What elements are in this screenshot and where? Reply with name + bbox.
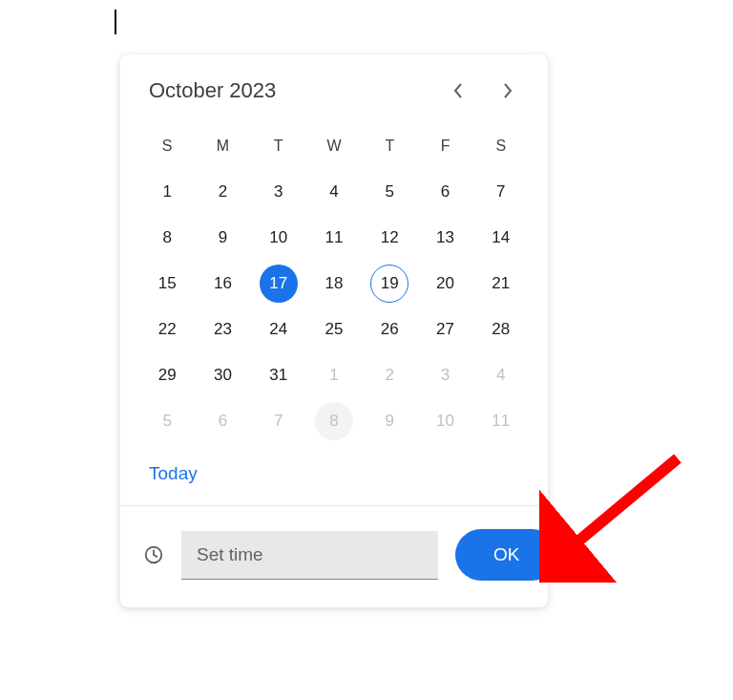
svg-line-1 bbox=[563, 458, 678, 554]
calendar-day[interactable]: 21 bbox=[473, 261, 529, 307]
calendar-week-row: 15161718192021 bbox=[139, 261, 529, 307]
calendar-day[interactable]: 6 bbox=[417, 169, 472, 215]
calendar-day-label: 28 bbox=[482, 310, 520, 349]
calendar-day-label: 9 bbox=[203, 219, 241, 257]
calendar-day-label: 22 bbox=[148, 310, 186, 349]
calendar-day[interactable]: 8 bbox=[306, 398, 362, 444]
calendar-day[interactable]: 3 bbox=[251, 169, 306, 215]
text-cursor bbox=[115, 10, 116, 34]
calendar-day[interactable]: 2 bbox=[362, 352, 417, 398]
calendar-day-label: 2 bbox=[370, 356, 408, 394]
calendar-day[interactable]: 27 bbox=[417, 307, 472, 352]
calendar-day-label: 15 bbox=[148, 265, 186, 303]
date-picker-footer: OK bbox=[120, 505, 548, 607]
calendar-day[interactable]: 11 bbox=[306, 215, 362, 261]
calendar-day[interactable]: 17 bbox=[251, 261, 306, 307]
calendar-day[interactable]: 15 bbox=[139, 261, 195, 307]
calendar-day[interactable]: 16 bbox=[195, 261, 250, 307]
calendar-day[interactable]: 26 bbox=[362, 307, 417, 352]
calendar-day[interactable]: 4 bbox=[306, 169, 362, 215]
weekday-header: T bbox=[251, 123, 306, 169]
prev-month-button[interactable] bbox=[443, 75, 473, 106]
calendar-day-label: 24 bbox=[260, 310, 298, 349]
calendar-day[interactable]: 22 bbox=[139, 307, 195, 352]
calendar-day-label: 11 bbox=[482, 402, 520, 440]
calendar-day-label: 19 bbox=[370, 265, 408, 303]
calendar-day[interactable]: 14 bbox=[473, 215, 529, 261]
calendar-day-label: 14 bbox=[482, 219, 520, 257]
calendar-day-label: 3 bbox=[427, 356, 465, 394]
calendar-day[interactable]: 2 bbox=[195, 169, 250, 215]
calendar-day[interactable]: 5 bbox=[139, 398, 195, 444]
date-picker: October 2023 SMTWTFS 1234567891011121314… bbox=[120, 54, 548, 607]
calendar-day[interactable]: 18 bbox=[306, 261, 362, 307]
calendar-day-label: 8 bbox=[148, 219, 186, 257]
calendar-day-label: 1 bbox=[315, 356, 353, 394]
calendar-day[interactable]: 4 bbox=[473, 352, 529, 398]
calendar-day[interactable]: 10 bbox=[417, 398, 472, 444]
calendar-day[interactable]: 6 bbox=[195, 398, 250, 444]
chevron-left-icon bbox=[453, 83, 463, 98]
weekday-header: M bbox=[195, 123, 250, 169]
calendar-day-label: 4 bbox=[482, 356, 520, 394]
annotation-arrow bbox=[539, 449, 692, 583]
calendar-day-label: 23 bbox=[203, 310, 241, 349]
calendar-day[interactable]: 30 bbox=[195, 352, 250, 398]
calendar-day[interactable]: 19 bbox=[362, 261, 417, 307]
calendar-day-label: 21 bbox=[482, 265, 520, 303]
calendar-day[interactable]: 28 bbox=[473, 307, 529, 352]
calendar-day-label: 2 bbox=[203, 173, 241, 211]
calendar-day-label: 10 bbox=[427, 402, 465, 440]
calendar-day[interactable]: 13 bbox=[417, 215, 472, 261]
next-month-button[interactable] bbox=[492, 75, 523, 106]
calendar-day[interactable]: 1 bbox=[139, 169, 195, 215]
calendar-day[interactable]: 11 bbox=[473, 398, 529, 444]
calendar-day-label: 9 bbox=[370, 402, 408, 440]
calendar-day[interactable]: 10 bbox=[251, 215, 306, 261]
calendar-day[interactable]: 12 bbox=[362, 215, 417, 261]
calendar-week-row: 2930311234 bbox=[139, 352, 529, 398]
calendar-day[interactable]: 3 bbox=[417, 352, 472, 398]
calendar-day[interactable]: 7 bbox=[251, 398, 306, 444]
calendar-day[interactable]: 5 bbox=[362, 169, 417, 215]
calendar-day-label: 11 bbox=[315, 219, 353, 257]
calendar-day[interactable]: 1 bbox=[306, 352, 362, 398]
calendar-day-label: 12 bbox=[370, 219, 408, 257]
month-nav bbox=[443, 75, 523, 106]
calendar-day-label: 30 bbox=[203, 356, 241, 394]
calendar-week-row: 1234567 bbox=[139, 169, 529, 215]
calendar-day-label: 1 bbox=[148, 173, 186, 211]
date-picker-header: October 2023 bbox=[120, 54, 548, 116]
calendar-week-row: 891011121314 bbox=[139, 215, 529, 261]
calendar-day[interactable]: 9 bbox=[362, 398, 417, 444]
calendar-day[interactable]: 9 bbox=[195, 215, 250, 261]
calendar-day-label: 5 bbox=[370, 173, 408, 211]
calendar-day-label: 6 bbox=[203, 402, 241, 440]
weekday-header: T bbox=[362, 123, 417, 169]
today-link[interactable]: Today bbox=[149, 463, 198, 483]
ok-button[interactable]: OK bbox=[455, 529, 557, 581]
weekday-header: S bbox=[139, 123, 195, 169]
calendar-day[interactable]: 23 bbox=[195, 307, 250, 352]
calendar-day-label: 3 bbox=[260, 173, 298, 211]
calendar-day-label: 8 bbox=[315, 402, 353, 440]
calendar-day-label: 31 bbox=[260, 356, 298, 394]
calendar-day[interactable]: 8 bbox=[139, 215, 195, 261]
weekday-header: F bbox=[417, 123, 472, 169]
calendar-day[interactable]: 29 bbox=[139, 352, 195, 398]
weekday-row: SMTWTFS bbox=[139, 123, 529, 169]
clock-icon bbox=[143, 544, 164, 565]
calendar-day[interactable]: 25 bbox=[306, 307, 362, 352]
calendar-day-label: 26 bbox=[370, 310, 408, 349]
weekday-header: W bbox=[306, 123, 362, 169]
calendar-week-row: 22232425262728 bbox=[139, 307, 529, 352]
calendar-day[interactable]: 7 bbox=[473, 169, 529, 215]
set-time-input[interactable] bbox=[181, 531, 438, 580]
calendar-day-label: 18 bbox=[315, 265, 353, 303]
calendar-day[interactable]: 31 bbox=[251, 352, 306, 398]
calendar-week-row: 567891011 bbox=[139, 398, 529, 444]
calendar-day[interactable]: 24 bbox=[251, 307, 306, 352]
calendar-day-label: 5 bbox=[148, 402, 186, 440]
calendar-day-label: 6 bbox=[427, 173, 465, 211]
calendar-day[interactable]: 20 bbox=[417, 261, 472, 307]
